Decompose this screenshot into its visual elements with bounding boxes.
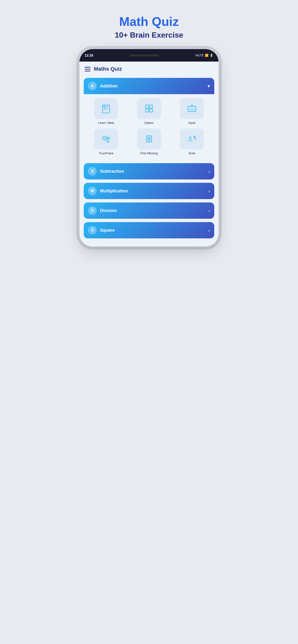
phone-shell: 12:26 VoLTE 📶 🔋 Maths Quiz A — [79, 49, 219, 246]
category-square-header[interactable]: S Square › — [84, 222, 214, 238]
book-icon — [101, 103, 111, 114]
duel-icon — [187, 134, 197, 144]
status-time: 12:26 — [85, 54, 93, 57]
quiz-item-duel[interactable]: Duel — [172, 128, 212, 155]
grid-icon — [144, 103, 154, 114]
true-false-icon-box — [94, 128, 118, 150]
category-multiplication-label: Multiplication — [100, 188, 205, 194]
svg-rect-9 — [188, 106, 196, 112]
hamburger-menu[interactable] — [85, 67, 90, 72]
category-division-label: Division — [100, 208, 205, 213]
truefalse-icon — [101, 134, 111, 144]
option-label: Option — [144, 121, 154, 124]
screen: Maths Quiz A Addition ▾ — [79, 62, 219, 246]
notch-bar — [130, 54, 159, 56]
svg-rect-6 — [150, 105, 153, 108]
screen-content: A Addition ▾ — [79, 76, 219, 246]
true-false-label: True/False — [99, 152, 114, 155]
app-header: Maths Quiz — [79, 62, 219, 76]
category-addition: A Addition ▾ — [84, 78, 214, 160]
category-square-chevron: › — [208, 228, 210, 233]
category-subtraction: S Subtraction › — [84, 163, 214, 180]
find-missing-label: Find Missing — [140, 152, 158, 155]
wifi-icon: 📶 — [205, 54, 209, 57]
category-addition-label: Addition — [100, 84, 204, 89]
category-division-badge: D — [88, 206, 97, 215]
category-square-badge: S — [88, 226, 97, 234]
category-division-header[interactable]: D Division › — [84, 202, 214, 219]
svg-line-19 — [105, 138, 106, 139]
category-multiplication: M Multiplication › — [84, 183, 214, 199]
category-addition-content: Learn Table — [84, 94, 214, 160]
learn-table-label: Learn Table — [98, 121, 114, 124]
quiz-item-find-missing[interactable]: Find Missing — [129, 128, 169, 155]
quiz-item-option[interactable]: Option — [129, 98, 169, 124]
find-missing-icon-box — [137, 128, 161, 150]
category-subtraction-label: Subtraction — [100, 169, 205, 174]
app-title: Math Quiz — [119, 14, 179, 29]
svg-rect-7 — [145, 109, 148, 112]
input-label: Input — [188, 121, 195, 124]
category-multiplication-header[interactable]: M Multiplication › — [84, 183, 214, 199]
quiz-grid-row1: Learn Table — [86, 98, 212, 124]
duel-label: Duel — [189, 152, 195, 155]
category-addition-badge: A — [88, 82, 97, 90]
svg-marker-31 — [194, 138, 196, 140]
keyboard-icon — [187, 103, 197, 114]
duel-icon-box — [180, 128, 204, 150]
category-square-label: Square — [100, 228, 205, 233]
category-square: S Square › — [84, 222, 214, 238]
page-wrapper: Math Quiz 10+ Brain Exercise 12:26 VoLTE… — [75, 10, 224, 246]
status-bar: 12:26 VoLTE 📶 🔋 — [79, 49, 219, 62]
category-addition-chevron: ▾ — [208, 83, 210, 89]
category-subtraction-badge: S — [88, 167, 97, 176]
category-subtraction-chevron: › — [208, 169, 210, 174]
battery-icon: 🔋 — [210, 54, 213, 57]
svg-point-29 — [189, 137, 191, 139]
category-addition-header[interactable]: A Addition ▾ — [84, 78, 214, 94]
svg-rect-8 — [150, 109, 153, 112]
category-division-chevron: › — [208, 208, 210, 214]
status-icons: VoLTE 📶 🔋 — [195, 54, 213, 57]
app-subtitle: 10+ Brain Exercise — [115, 31, 183, 40]
quiz-item-input[interactable]: Input — [172, 98, 212, 124]
category-subtraction-header[interactable]: S Subtraction › — [84, 163, 214, 180]
category-multiplication-badge: M — [88, 187, 97, 195]
category-multiplication-chevron: › — [208, 188, 210, 194]
volte-icon: VoLTE — [195, 54, 204, 57]
quiz-item-learn-table[interactable]: Learn Table — [86, 98, 126, 124]
category-division: D Division › — [84, 202, 214, 219]
quiz-item-true-false[interactable]: True/False — [86, 128, 126, 155]
quiz-grid-row2: True/False — [86, 128, 212, 155]
findmissing-icon — [144, 134, 154, 144]
svg-rect-0 — [103, 105, 110, 113]
svg-rect-5 — [145, 105, 148, 108]
learn-table-icon-box — [94, 98, 118, 119]
option-icon-box — [137, 98, 161, 119]
input-icon-box — [180, 98, 204, 119]
screen-title: Maths Quiz — [94, 66, 122, 72]
